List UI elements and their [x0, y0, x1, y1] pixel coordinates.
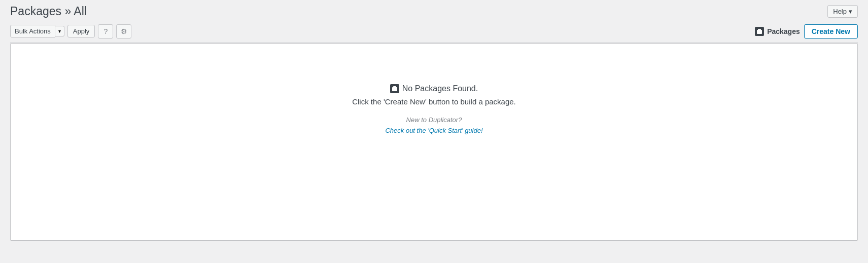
page-header: Packages » All Help ▾ — [10, 0, 858, 24]
packages-label: Packages — [767, 27, 800, 35]
page-title: Packages » All — [10, 4, 87, 19]
svg-rect-0 — [757, 30, 762, 34]
svg-rect-2 — [392, 87, 397, 91]
help-chevron-icon: ▾ — [849, 8, 852, 15]
empty-state: No Packages Found. Click the 'Create New… — [11, 44, 857, 175]
help-icon-button[interactable]: ? — [98, 24, 113, 39]
packages-link[interactable]: Packages — [755, 27, 800, 36]
svg-rect-1 — [758, 29, 761, 30]
apply-button[interactable]: Apply — [67, 25, 95, 37]
empty-state-title: No Packages Found. — [390, 84, 478, 93]
toolbar-left: Bulk Actions ▾ Apply ? ⚙ — [10, 24, 131, 39]
svg-rect-3 — [393, 86, 396, 88]
dropdown-arrow-icon: ▾ — [58, 28, 61, 34]
gear-icon: ⚙ — [121, 27, 127, 35]
page-wrapper: Packages » All Help ▾ Bulk Actions ▾ App… — [0, 0, 868, 263]
bulk-actions-select: Bulk Actions ▾ — [10, 25, 64, 37]
help-button[interactable]: Help ▾ — [827, 5, 858, 18]
create-new-button[interactable]: Create New — [804, 24, 858, 39]
bulk-actions-arrow-button[interactable]: ▾ — [55, 26, 64, 36]
toolbar: Bulk Actions ▾ Apply ? ⚙ — [10, 24, 858, 39]
content-divider-bottom — [10, 241, 858, 241]
quick-start-link[interactable]: Check out the 'Quick Start' guide! — [385, 127, 482, 134]
empty-state-hint: New to Duplicator? — [406, 116, 462, 124]
empty-state-subtitle: Click the 'Create New' button to build a… — [352, 97, 516, 106]
settings-icon-button[interactable]: ⚙ — [116, 24, 131, 39]
empty-state-package-icon — [390, 84, 399, 93]
toolbar-right: Packages Create New — [755, 24, 858, 39]
bulk-actions-button[interactable]: Bulk Actions — [10, 25, 55, 37]
question-icon: ? — [103, 27, 108, 35]
packages-icon — [755, 27, 764, 36]
empty-state-heading: No Packages Found. — [402, 84, 478, 93]
help-label: Help — [833, 8, 847, 15]
content-area: No Packages Found. Click the 'Create New… — [10, 43, 858, 241]
